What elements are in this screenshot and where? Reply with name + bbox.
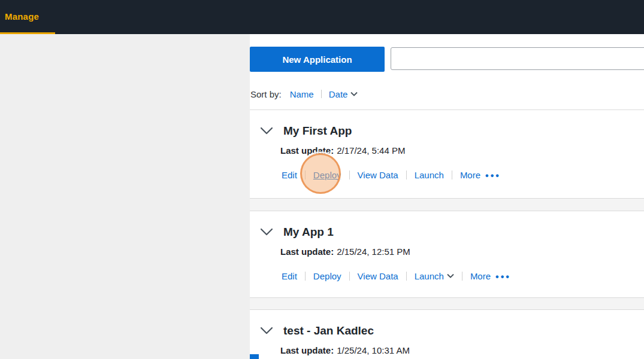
app-title: My First App [283,123,352,139]
view-data-link[interactable]: View Data [358,170,398,180]
expand-chevron-icon[interactable] [260,127,273,135]
app-card-my-first-app: My First App Last update:2/17/24, 5:44 P… [250,109,644,199]
divider [305,272,306,281]
chevron-down-icon [350,92,358,96]
expand-chevron-icon[interactable] [260,228,273,236]
app-card-my-app-1: My App 1 Last update:2/15/24, 12:51 PM E… [250,211,644,298]
ellipsis-icon: ••• [495,270,511,282]
page: Manage New Application Sort by: Name Dat… [0,0,644,359]
expand-chevron-icon[interactable] [260,327,273,335]
last-update-line: Last update:1/25/24, 10:31 AM [280,345,410,356]
tab-manage[interactable]: Manage [5,0,39,32]
launch-link[interactable]: Launch [415,170,444,180]
sort-row: Sort by: Name Date [250,87,358,101]
more-button[interactable]: More ••• [460,169,501,181]
last-update-label: Last update: [280,145,334,156]
last-update-value: 2/17/24, 5:44 PM [337,145,405,156]
search-input[interactable] [391,47,644,70]
more-button[interactable]: More ••• [470,270,511,282]
app-title: My App 1 [283,224,334,240]
app-card-test-jan-kadlec: test - Jan Kadlec Last update:1/25/24, 1… [250,309,644,359]
top-navigation-bar: Manage [0,0,644,34]
last-update-line: Last update:2/15/24, 12:51 PM [280,247,410,257]
divider [406,272,407,281]
tab-manage-label: Manage [5,11,39,22]
last-update-value: 1/25/24, 10:31 AM [337,345,410,355]
last-update-line: Last update:2/17/24, 5:44 PM [280,145,405,156]
app-title: test - Jan Kadlec [283,323,374,339]
divider [406,171,407,180]
deploy-link[interactable]: Deploy [313,271,341,281]
divider [321,90,322,98]
chevron-down-icon [447,273,454,278]
divider [462,272,462,281]
last-update-label: Last update: [280,345,334,355]
divider [349,171,350,180]
sort-by-label: Sort by: [250,89,282,99]
last-update-label: Last update: [280,247,334,257]
sort-by-date-link[interactable]: Date [329,89,358,99]
sort-by-name-link[interactable]: Name [290,89,314,99]
view-data-link[interactable]: View Data [358,271,398,281]
partial-blue-element [250,354,259,359]
new-application-button[interactable]: New Application [250,47,385,72]
card-actions: Edit Deploy View Data Launch More ••• [282,168,501,182]
edit-link[interactable]: Edit [282,170,297,180]
divider [452,171,452,180]
ellipsis-icon: ••• [485,169,501,181]
last-update-value: 2/15/24, 12:51 PM [337,247,410,257]
launch-menu-button[interactable]: Launch [415,271,454,281]
divider [349,272,350,281]
left-panel-background [0,34,250,359]
card-actions: Edit Deploy View Data Launch More ••• [282,269,511,283]
edit-link[interactable]: Edit [282,271,297,281]
divider [305,171,306,180]
deploy-link[interactable]: Deploy [313,170,341,180]
